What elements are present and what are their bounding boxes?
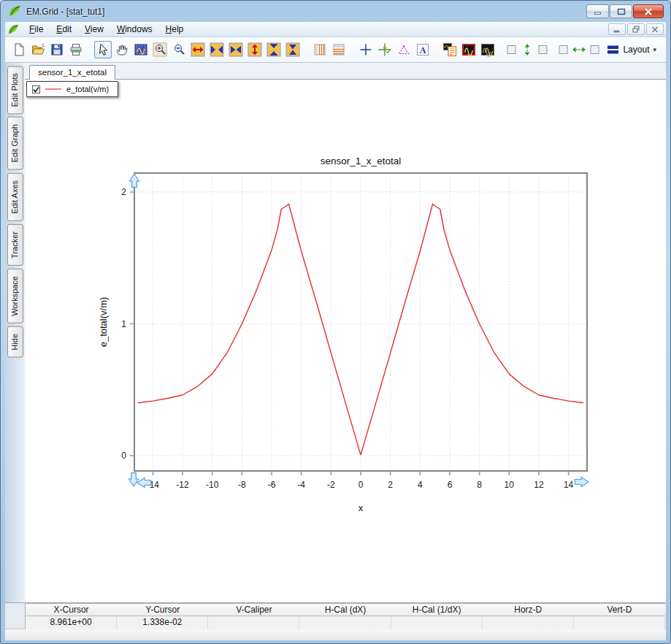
zoom-window-icon	[134, 42, 148, 57]
zoom-in-button[interactable]	[151, 41, 169, 58]
menu-windows[interactable]: Windows	[110, 23, 159, 36]
toolbar-separator	[348, 41, 356, 58]
open-folder-button[interactable]	[29, 41, 47, 58]
print-button[interactable]	[67, 41, 85, 58]
center-x-icon	[229, 42, 243, 57]
horizontal-markers-button[interactable]	[330, 41, 348, 58]
x-tick-label: -4	[297, 480, 305, 490]
x-tick-label: -2	[327, 480, 335, 490]
expand-y-button[interactable]	[246, 41, 264, 58]
pointer-button[interactable]	[94, 41, 112, 58]
mdi-minimize-button[interactable]	[608, 23, 626, 35]
side-tab-tracker[interactable]: Tracker	[7, 224, 23, 266]
crosshair-button[interactable]	[357, 41, 375, 58]
vertical-markers-icon	[313, 42, 327, 57]
shrink-x-button[interactable]	[208, 41, 226, 58]
cursor-col-header: H-Cal (1/dX)	[391, 604, 483, 616]
expand-x-icon	[191, 42, 205, 57]
close-button[interactable]	[633, 4, 664, 18]
all-plots-button[interactable]	[479, 41, 496, 58]
active-plot-button[interactable]	[460, 41, 478, 58]
x-axis-label: x	[358, 502, 364, 513]
x-tick-label: 12	[534, 480, 544, 490]
window-title: EM.Grid - [stat_tut1]	[26, 7, 104, 17]
x-axis-right-handle[interactable]	[575, 478, 589, 487]
toolbar-separator	[302, 41, 310, 58]
all-plots-icon	[480, 42, 495, 57]
layout-label: Layout	[623, 45, 649, 55]
caliper-triangle-icon	[396, 42, 411, 57]
legend-line-sample	[45, 88, 61, 90]
horizontal-markers-icon	[331, 42, 346, 57]
center-y-button[interactable]	[284, 41, 302, 58]
x-tick-label: 8	[477, 480, 482, 490]
maximize-button[interactable]	[610, 4, 632, 18]
fit-vertical-icon	[507, 42, 548, 57]
x-tick-label: -6	[268, 480, 276, 490]
fit-vertical-button[interactable]	[506, 41, 548, 58]
cursor-value-2	[208, 616, 299, 629]
vertical-markers-button[interactable]	[311, 41, 329, 58]
text-label-button[interactable]: A	[414, 41, 432, 58]
main-area: Edit PlotsEdit GraphEdit AxesTrackerWork…	[5, 63, 666, 602]
caliper-triangle-button[interactable]	[395, 41, 413, 58]
series-e_total(v/m)[interactable]	[138, 204, 583, 455]
chart[interactable]: -14-12-10-8-6-4-202468101214012sensor_1_…	[25, 80, 666, 602]
menu-edit[interactable]: Edit	[50, 23, 78, 36]
zoom-window-button[interactable]	[132, 41, 150, 58]
side-tab-hide[interactable]: Hide	[7, 326, 23, 358]
zoom-in-icon	[153, 42, 167, 57]
new-document-button[interactable]	[10, 41, 28, 58]
plot-report-button[interactable]	[441, 41, 459, 58]
cursor-table: X-CursorY-CursorV-CaliperH-Cal (dX)H-Cal…	[25, 603, 665, 629]
shrink-x-icon	[210, 42, 224, 57]
legend-label: e_total(v/m)	[66, 85, 109, 93]
toolbar-separator	[85, 41, 93, 58]
cursor-value-1: 1.338e-02	[117, 616, 208, 629]
side-tab-edit-graph[interactable]: Edit Graph	[7, 117, 23, 170]
minimize-button[interactable]	[586, 4, 609, 18]
app-window: EM.Grid - [stat_tut1] FileEditViewWindow…	[0, 0, 671, 644]
x-tick-label: 10	[505, 480, 515, 490]
mdi-restore-button[interactable]	[627, 23, 645, 35]
active-plot-icon	[461, 42, 476, 57]
cursor-col-header: Vert-D	[574, 604, 665, 616]
save-button[interactable]	[48, 41, 66, 58]
plot-canvas[interactable]: -14-12-10-8-6-4-202468101214012sensor_1_…	[25, 80, 666, 602]
open-folder-icon	[31, 42, 45, 57]
cursor-value-3	[299, 616, 391, 629]
side-tab-edit-plots[interactable]: Edit Plots	[7, 66, 23, 114]
menu-file[interactable]: File	[23, 23, 50, 36]
y-axis-bottom-handle[interactable]	[129, 473, 139, 487]
document-tab-bar: sensor_1_x_etotal	[25, 63, 666, 80]
expand-x-button[interactable]	[189, 41, 207, 58]
y-axis-top-handle[interactable]	[130, 174, 139, 188]
crosshair-icon	[358, 42, 373, 57]
legend-box[interactable]: e_total(v/m)	[26, 81, 118, 97]
cursor-value-5	[483, 616, 574, 629]
document-tab[interactable]: sensor_1_x_etotal	[29, 65, 115, 80]
center-x-button[interactable]	[227, 41, 245, 58]
side-tab-workspace[interactable]: Workspace	[7, 269, 23, 323]
pointer-icon	[96, 42, 110, 57]
fit-horizontal-button[interactable]	[558, 41, 600, 58]
legend-checkbox[interactable]	[32, 85, 40, 93]
zoom-out-button[interactable]	[170, 41, 188, 58]
menu-view[interactable]: View	[78, 23, 110, 36]
y-axis-label: e_total(v/m)	[98, 297, 109, 348]
toolbar-separator	[432, 41, 440, 58]
shrink-y-button[interactable]	[265, 41, 283, 58]
tracker-button[interactable]	[376, 41, 394, 58]
plot-report-icon	[442, 42, 457, 57]
layout-button[interactable]: Layout ▾	[602, 41, 662, 58]
mdi-close-button[interactable]	[646, 23, 664, 35]
menu-help[interactable]: Help	[159, 23, 191, 36]
toolbar: A Layout ▾	[5, 37, 666, 63]
cursor-value-6	[574, 616, 665, 629]
title-bar[interactable]: EM.Grid - [stat_tut1]	[5, 1, 666, 22]
app-icon	[8, 4, 22, 18]
side-tab-edit-axes[interactable]: Edit Axes	[7, 173, 23, 221]
cursor-col-header: X-Cursor	[26, 604, 117, 616]
cursor-value-4	[391, 616, 483, 629]
pan-hand-button[interactable]	[113, 41, 131, 58]
